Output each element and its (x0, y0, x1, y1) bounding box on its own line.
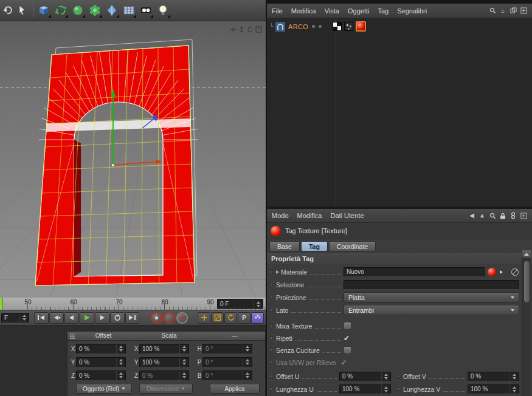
rot-h-field[interactable]: 0 ° (202, 344, 252, 354)
home-icon[interactable]: ⌂ (499, 7, 506, 15)
proiezione-dropdown[interactable]: Piatta (344, 292, 519, 302)
keyframe-selection-button[interactable] (176, 312, 188, 324)
menu-am-modifica[interactable]: Modifica (297, 212, 322, 219)
texture-tag-icon[interactable] (356, 21, 366, 32)
record-scale-toggle[interactable] (211, 312, 224, 324)
previous-key-button[interactable] (49, 312, 64, 324)
viewport-3d[interactable] (0, 21, 266, 298)
scale-x-field[interactable]: 100 % (139, 344, 189, 354)
dimension-dropdown[interactable]: Dimensione (139, 384, 193, 394)
anim-dot[interactable] (270, 375, 273, 378)
array-tool-icon[interactable] (53, 2, 69, 18)
offset-z-field[interactable]: 0 % (76, 370, 126, 381)
pan-icon[interactable] (230, 24, 237, 31)
scrollbar-up-arrow[interactable] (522, 250, 531, 259)
uvw-tag-icon[interactable] (333, 22, 342, 31)
cascade-icon[interactable] (510, 7, 517, 15)
attribute-scrollbar[interactable] (522, 250, 531, 396)
prism-tool-icon[interactable] (104, 2, 120, 18)
mixa-checkbox[interactable] (344, 322, 351, 330)
history-icon[interactable] (510, 212, 517, 219)
offset-x-field[interactable]: 0 % (76, 344, 126, 354)
undo-icon[interactable] (1, 3, 15, 18)
rot-b-field[interactable]: 0 ° (202, 370, 252, 381)
jump-end-button[interactable] (125, 312, 140, 324)
lock-icon[interactable] (499, 212, 506, 219)
object-manager[interactable]: └ ARCO (267, 18, 532, 207)
new-panel-icon[interactable] (520, 7, 527, 15)
materiale-field[interactable]: Nuovo (344, 267, 485, 277)
back-icon[interactable]: ◀ (468, 212, 475, 219)
maximize-icon[interactable] (255, 24, 262, 31)
play-button[interactable] (80, 312, 94, 324)
rot-p-field[interactable]: 0 ° (202, 357, 252, 367)
zoom-icon[interactable] (238, 24, 245, 31)
next-frame-button[interactable] (95, 312, 109, 324)
tab-tag[interactable]: Tag (301, 241, 328, 251)
menu-file[interactable]: File (272, 7, 283, 15)
menu-tag[interactable]: Tag (378, 7, 389, 15)
tab-base[interactable]: Base (269, 241, 300, 251)
tab-coordinate[interactable]: Coordinate (329, 241, 376, 251)
up-icon[interactable]: ▲ (478, 212, 486, 219)
anim-dot[interactable] (397, 387, 400, 391)
frame-mode-stepper[interactable] (19, 313, 26, 323)
anim-dot[interactable] (397, 375, 400, 378)
anim-dot[interactable] (270, 336, 273, 340)
playhead-marker[interactable] (0, 298, 3, 310)
record-rotation-toggle[interactable] (224, 312, 237, 324)
anim-dot[interactable] (270, 324, 273, 327)
anim-dot[interactable] (270, 349, 273, 352)
scale-y-field[interactable]: 100 % (139, 357, 189, 367)
menu-modifica[interactable]: Modifica (291, 7, 316, 15)
search-icon[interactable] (489, 7, 496, 15)
cube-tool-icon[interactable] (36, 2, 52, 18)
jump-start-button[interactable] (34, 312, 49, 324)
object-row-arco[interactable]: └ ARCO (267, 21, 532, 32)
lunghezza-v-field[interactable]: 100 % (468, 384, 519, 394)
record-parameter-toggle[interactable]: P (238, 312, 250, 324)
frame-stepper[interactable] (254, 299, 260, 309)
phong-tag-icon[interactable] (344, 22, 353, 31)
anim-dot[interactable] (270, 270, 273, 273)
render-visibility-dot[interactable] (319, 25, 322, 28)
previous-frame-button[interactable] (64, 312, 79, 324)
selection-tool-icon[interactable] (16, 3, 29, 18)
plane-tool-icon[interactable] (121, 2, 137, 18)
menu-oggetti[interactable]: Oggetti (348, 7, 369, 15)
anim-dot[interactable] (270, 309, 273, 312)
menu-modo[interactable]: Modo (272, 212, 289, 219)
lato-dropdown[interactable]: Entrambi (344, 305, 519, 315)
frame-mode-field[interactable]: F (1, 313, 29, 323)
panel-grip-icon[interactable] (70, 333, 75, 339)
menu-vista[interactable]: Vista (325, 7, 339, 15)
am-search-icon[interactable] (489, 212, 496, 219)
arco-object-icon[interactable] (275, 22, 285, 32)
light-tool-icon[interactable] (155, 2, 171, 18)
senza-cuciture-checkbox[interactable] (344, 346, 351, 354)
offset-y-field[interactable]: 0 % (76, 357, 126, 367)
ripeti-checkbox[interactable]: ✓ (344, 334, 350, 343)
selezione-field[interactable] (344, 280, 519, 290)
anim-dot[interactable] (270, 387, 273, 391)
offset-v-field[interactable]: 0 % (468, 372, 519, 381)
section-proprieta-tag[interactable]: Proprietà Tag (267, 253, 532, 264)
autokeying-button[interactable] (164, 312, 175, 324)
coord-mode-dropdown[interactable]: Oggetto (Rel) (76, 384, 132, 394)
offset-u-field[interactable]: 0 % (339, 372, 391, 381)
lunghezza-u-field[interactable]: 100 % (339, 384, 391, 394)
record-position-toggle[interactable] (198, 312, 210, 324)
timeline-ruler[interactable]: 50 60 70 80 90 0 F (0, 298, 266, 310)
modeling-tool-icon[interactable] (87, 2, 103, 18)
menu-segnalibri[interactable]: Segnalibri (397, 7, 427, 15)
material-picker-icon[interactable] (500, 270, 503, 274)
expand-icon[interactable] (276, 270, 279, 274)
am-new-panel-icon[interactable] (520, 212, 527, 219)
material-preview-ball[interactable] (488, 268, 496, 276)
anim-dot[interactable] (270, 296, 273, 299)
clear-material-icon[interactable] (511, 268, 519, 276)
object-manager-column-divider[interactable] (336, 18, 336, 207)
anim-dot[interactable] (270, 283, 273, 286)
current-frame-field[interactable]: 0 F (217, 299, 263, 309)
apply-button[interactable]: Applica (210, 384, 260, 394)
